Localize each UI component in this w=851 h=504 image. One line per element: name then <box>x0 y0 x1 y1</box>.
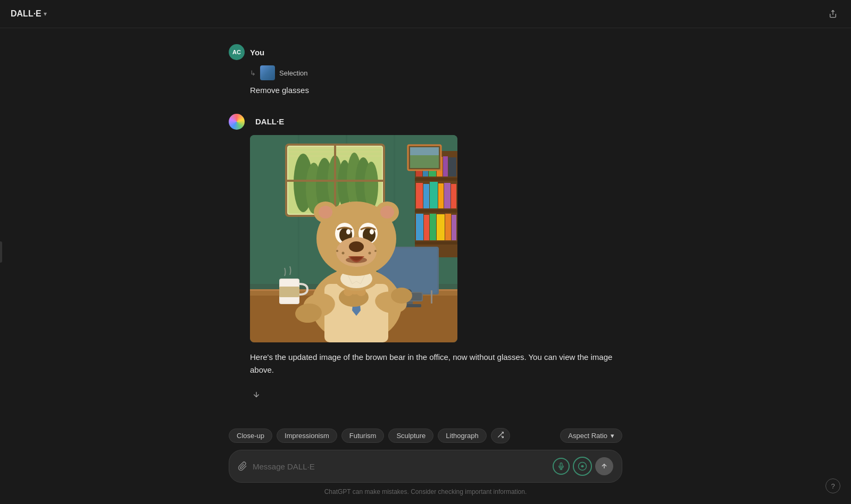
header: DALL·E ▾ <box>0 0 851 28</box>
reply-thumbnail <box>260 65 275 80</box>
chips-row: Close-up Impressionism Futurism Sculptur… <box>229 428 622 443</box>
reply-thumbnail-image <box>260 65 275 80</box>
chip-impressionism[interactable]: Impressionism <box>277 429 337 443</box>
dalle-message: DALL·E <box>229 114 622 401</box>
dalle-name: DALL·E <box>255 117 284 126</box>
chevron-down-icon: ▾ <box>44 10 47 18</box>
generated-image <box>250 135 457 342</box>
reply-reference: ↳ Selection <box>250 65 622 80</box>
scroll-down-button[interactable] <box>250 388 263 401</box>
send-icon <box>600 463 608 470</box>
input-actions <box>553 457 613 476</box>
reply-arrow-icon: ↳ <box>250 69 256 77</box>
shuffle-icon <box>497 431 504 439</box>
arrow-down-icon <box>252 390 261 399</box>
chip-futurism[interactable]: Futurism <box>341 429 385 443</box>
help-button[interactable]: ? <box>825 478 840 493</box>
chip-sculpture[interactable]: Sculpture <box>388 429 433 443</box>
share-icon <box>829 10 837 18</box>
send-button[interactable] <box>595 457 613 475</box>
bear-illustration <box>250 135 457 342</box>
attach-button[interactable] <box>238 461 247 471</box>
user-name: You <box>250 48 264 57</box>
chip-close-up[interactable]: Close-up <box>229 429 272 443</box>
aspect-ratio-label: Aspect Ratio <box>568 432 607 440</box>
user-message-text: Remove glasses <box>250 85 622 97</box>
dalle-message-header: DALL·E <box>229 114 622 130</box>
chip-lithograph[interactable]: Lithograph <box>438 429 486 443</box>
aspect-ratio-chevron: ▾ <box>611 432 614 440</box>
app-title: DALL·E <box>11 9 41 19</box>
app-title-button[interactable]: DALL·E ▾ <box>11 9 47 19</box>
message-input-container <box>229 450 622 483</box>
dalle-logo-icon <box>578 461 587 471</box>
message-input[interactable] <box>253 462 547 471</box>
reply-label: Selection <box>279 69 307 77</box>
mic-icon <box>557 463 565 470</box>
dalle-response-text: Here's the updated image of the brown be… <box>250 351 612 376</box>
user-message-header: AC You <box>229 44 622 60</box>
user-message: AC You ↳ Selection Remove glasses <box>229 44 622 97</box>
dalle-mode-button[interactable] <box>573 457 592 476</box>
paperclip-icon <box>238 461 247 471</box>
voice-button[interactable] <box>553 458 570 475</box>
svg-rect-107 <box>250 135 457 342</box>
dalle-avatar <box>229 114 245 130</box>
user-message-body: ↳ Selection Remove glasses <box>250 65 622 97</box>
share-button[interactable] <box>825 6 840 21</box>
sidebar-toggle[interactable] <box>0 241 2 263</box>
bottom-area: Close-up Impressionism Futurism Sculptur… <box>0 428 851 504</box>
dalle-message-body: Here's the updated image of the brown be… <box>250 135 622 401</box>
disclaimer-text: ChatGPT can make mistakes. Consider chec… <box>324 488 527 495</box>
aspect-ratio-button[interactable]: Aspect Ratio ▾ <box>560 429 622 443</box>
shuffle-button[interactable] <box>491 428 510 443</box>
generated-image-container <box>250 135 622 342</box>
chat-area: AC You ↳ Selection Remove glasses DALL·E <box>0 28 851 428</box>
chat-content: AC You ↳ Selection Remove glasses DALL·E <box>229 44 622 418</box>
user-avatar: AC <box>229 44 245 60</box>
